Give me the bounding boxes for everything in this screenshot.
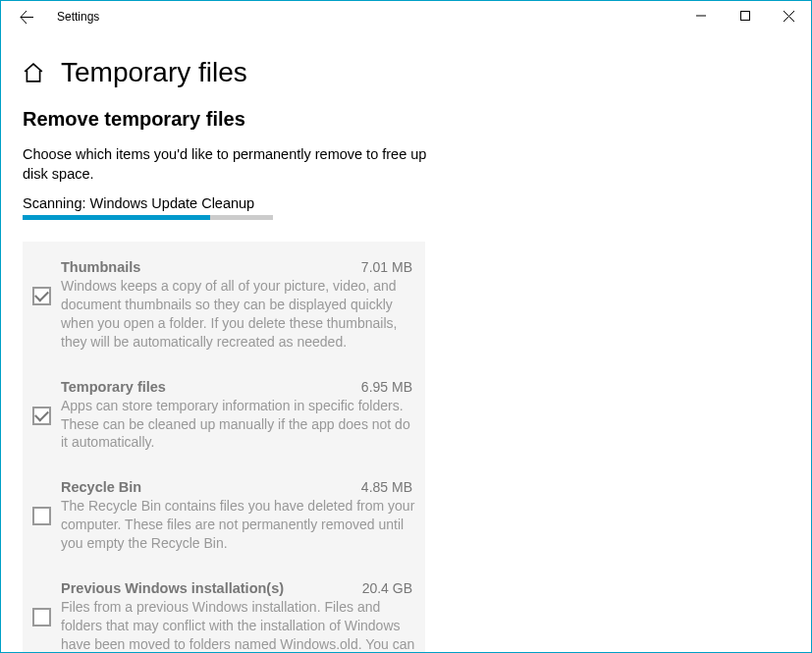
titlebar: Settings — [1, 1, 811, 32]
progress-bar — [23, 215, 273, 220]
close-button[interactable] — [767, 1, 811, 30]
item-header: Thumbnails 7.01 MB — [61, 259, 415, 275]
scan-status: Scanning: Windows Update Cleanup — [23, 195, 789, 211]
content-area: Remove temporary files Choose which item… — [1, 108, 811, 653]
item-title: Previous Windows installation(s) — [61, 580, 284, 596]
checkbox-temporary-files[interactable] — [32, 407, 51, 425]
item-temporary-files: Temporary files 6.95 MB Apps can store t… — [32, 379, 415, 453]
item-description: Apps can store temporary information in … — [61, 397, 415, 453]
items-panel: Thumbnails 7.01 MB Windows keeps a copy … — [23, 242, 425, 653]
item-thumbnails: Thumbnails 7.01 MB Windows keeps a copy … — [32, 259, 415, 352]
item-size: 20.4 GB — [362, 580, 412, 596]
checkbox-recycle-bin[interactable] — [32, 507, 51, 525]
item-title: Temporary files — [61, 379, 166, 395]
item-size: 6.95 MB — [361, 379, 412, 395]
item-description: Windows keeps a copy of all of your pict… — [61, 277, 415, 352]
item-content: Thumbnails 7.01 MB Windows keeps a copy … — [61, 259, 415, 352]
item-title: Recycle Bin — [61, 479, 141, 495]
item-previous-windows: Previous Windows installation(s) 20.4 GB… — [32, 580, 415, 653]
item-size: 4.85 MB — [361, 479, 412, 495]
svg-rect-0 — [740, 12, 749, 21]
item-content: Temporary files 6.95 MB Apps can store t… — [61, 379, 415, 453]
item-description: The Recycle Bin contains files you have … — [61, 497, 415, 553]
page-header: Temporary files — [1, 32, 811, 108]
item-header: Recycle Bin 4.85 MB — [61, 479, 415, 495]
item-header: Temporary files 6.95 MB — [61, 379, 415, 395]
item-content: Previous Windows installation(s) 20.4 GB… — [61, 580, 415, 653]
item-header: Previous Windows installation(s) 20.4 GB — [61, 580, 415, 596]
home-icon[interactable] — [23, 62, 44, 83]
item-content: Recycle Bin 4.85 MB The Recycle Bin cont… — [61, 479, 415, 553]
maximize-icon — [740, 11, 750, 21]
intro-text: Choose which items you'd like to permane… — [23, 145, 455, 184]
item-description: Files from a previous Windows installati… — [61, 598, 415, 653]
close-icon — [784, 11, 794, 22]
progress-fill — [23, 215, 210, 220]
page-title: Temporary files — [61, 57, 247, 88]
back-arrow-icon — [20, 10, 34, 25]
window-controls — [678, 1, 811, 30]
item-recycle-bin: Recycle Bin 4.85 MB The Recycle Bin cont… — [32, 479, 415, 553]
maximize-button[interactable] — [723, 1, 767, 30]
item-title: Thumbnails — [61, 259, 140, 275]
checkbox-previous-windows[interactable] — [32, 608, 51, 626]
section-heading: Remove temporary files — [23, 108, 789, 131]
back-button[interactable] — [11, 1, 42, 32]
checkbox-thumbnails[interactable] — [32, 287, 51, 305]
window-title: Settings — [57, 10, 99, 24]
minimize-icon — [696, 11, 706, 21]
minimize-button[interactable] — [678, 1, 723, 30]
item-size: 7.01 MB — [361, 259, 412, 275]
